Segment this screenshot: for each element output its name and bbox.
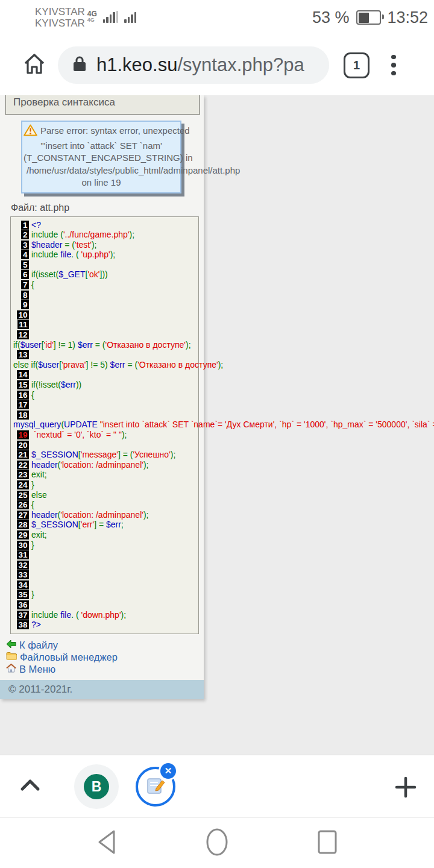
code-line: 32 (13, 560, 198, 570)
line-number: 38 (17, 620, 29, 629)
code-line: 17 (13, 400, 198, 410)
code-line: 5 (13, 260, 198, 270)
line-number: 7 (21, 280, 29, 289)
home-icon (6, 664, 16, 675)
tab-switcher-button[interactable]: 1 (344, 52, 370, 78)
code-line: 18 (13, 410, 198, 420)
line-number: 16 (17, 391, 29, 400)
code-line: 15if(!isset($err)) (13, 380, 198, 390)
battery-icon (356, 10, 381, 25)
code-line: 13 (13, 350, 198, 360)
line-number: 3 (21, 241, 29, 250)
code-line: 11 (13, 319, 198, 330)
folder-icon (6, 652, 17, 663)
line-number: 37 (17, 611, 29, 620)
line-number: 18 (17, 410, 29, 420)
line-number: 17 (17, 400, 29, 409)
file-name-label: Файл: att.php (11, 203, 204, 213)
code-line: 37include file. ( 'down.php'); (13, 610, 198, 620)
code-line: 10 (13, 310, 198, 320)
tab-count: 1 (353, 58, 360, 72)
bottom-toolbar: B (0, 755, 434, 818)
line-number: 12 (17, 330, 29, 339)
code-line: 25else (13, 490, 198, 500)
code-line: 3$header = ('test'); (13, 240, 198, 250)
new-tab-button[interactable] (394, 776, 417, 801)
line-number: 23 (17, 470, 29, 479)
code-line: 35} (13, 590, 198, 600)
browser-menu-button[interactable] (391, 55, 396, 76)
code-line: 24} (13, 480, 198, 490)
line-number: 36 (17, 600, 29, 609)
code-line: 22header('location: /adminpanel'); (13, 460, 198, 470)
line-number: 9 (21, 300, 29, 309)
line-number: 15 (17, 380, 29, 389)
code-line: 28$_SESSION['err'] = $err; (13, 520, 198, 530)
code-line: 21$_SESSION['message'] = ('Успешно'); (13, 450, 198, 460)
line-number: 4 (21, 250, 29, 259)
page-title: Проверка синтаксиса (5, 95, 200, 115)
link-file-manager[interactable]: Файловый менеджер (6, 652, 204, 663)
code-line: 23exit; (13, 470, 198, 480)
line-number: 35 (17, 590, 29, 599)
line-number: 11 (17, 320, 29, 329)
code-line: 7{ (13, 280, 198, 290)
line-number: 5 (21, 260, 29, 269)
line-number: 14 (17, 370, 29, 379)
code-line: 9 (13, 300, 198, 310)
carrier-name-sim2: KYIVSTAR (35, 17, 85, 29)
code-line: 1<? (13, 220, 198, 230)
url-bar[interactable]: h1.keo.su/syntax.php?pa (58, 46, 329, 84)
close-tool-badge[interactable]: ✕ (159, 761, 178, 781)
code-line: 26{ (13, 500, 198, 510)
url-text: h1.keo.su/syntax.php?pa (96, 54, 304, 76)
line-number: 34 (17, 580, 29, 590)
line-number: 29 (17, 530, 29, 539)
link-to-menu[interactable]: В Меню (6, 664, 204, 675)
nav-recents-button[interactable] (317, 829, 338, 857)
network-type-label: 4G 4G (87, 11, 97, 23)
parse-error-box: Parse error: syntax error, unexpected '"… (21, 121, 181, 193)
signal-bars-sim1-icon (103, 11, 119, 23)
code-line: 29exit; (13, 530, 198, 540)
code-line: 16{ (13, 390, 198, 400)
line-number: 25 (17, 491, 29, 500)
nav-back-button[interactable] (97, 829, 116, 858)
error-line-number: 19 (17, 430, 29, 439)
code-line: 19 `nextud` = '0', `kto` = " "); (13, 430, 198, 440)
clock: 13:52 (387, 8, 428, 27)
carrier-name-sim1: KYIVSTAR (35, 6, 85, 17)
code-line: else if($user['prava'] != 5) $err = ('От… (13, 360, 198, 370)
line-number: 26 (17, 500, 29, 509)
line-number: 2 (21, 230, 29, 239)
line-number: 32 (17, 561, 29, 570)
copyright-footer: © 2011-2021г. (0, 680, 204, 699)
line-number: 10 (17, 310, 29, 319)
line-number: 22 (17, 461, 29, 470)
nav-home-button[interactable] (205, 828, 229, 859)
code-line: 27header('location: /adminpanel'); (13, 510, 198, 520)
code-line: 12 (13, 330, 198, 340)
code-line: 2include ('../func/game.php'); (13, 230, 198, 240)
expand-toolbar-button[interactable] (20, 778, 40, 794)
signal-bars-sim2-icon (124, 11, 136, 23)
app-shortcut-button[interactable]: B (74, 764, 119, 809)
code-lines: 1<?2include ('../func/game.php');3$heade… (13, 220, 198, 630)
android-navigation-bar (0, 817, 434, 868)
line-number: 6 (21, 270, 29, 279)
link-to-file[interactable]: К файлу (6, 640, 204, 651)
line-number: 28 (17, 520, 29, 529)
web-page-viewport[interactable]: Проверка синтаксиса Parse error: syntax … (0, 95, 434, 755)
code-line: 8 (13, 290, 198, 300)
code-line: mysql_query(UPDATE "insert into `attack`… (13, 420, 198, 430)
line-number: 21 (17, 450, 29, 459)
line-number: 27 (17, 511, 29, 520)
line-number: 1 (21, 221, 29, 230)
line-number: 8 (21, 291, 29, 300)
home-button[interactable] (22, 51, 47, 79)
lock-icon[interactable] (72, 55, 87, 75)
line-number: 20 (17, 441, 29, 450)
code-line: 14 (13, 370, 198, 380)
page-links: К файлу Файловый менеджер В М (6, 640, 204, 675)
app-badge-icon: B (84, 774, 109, 799)
